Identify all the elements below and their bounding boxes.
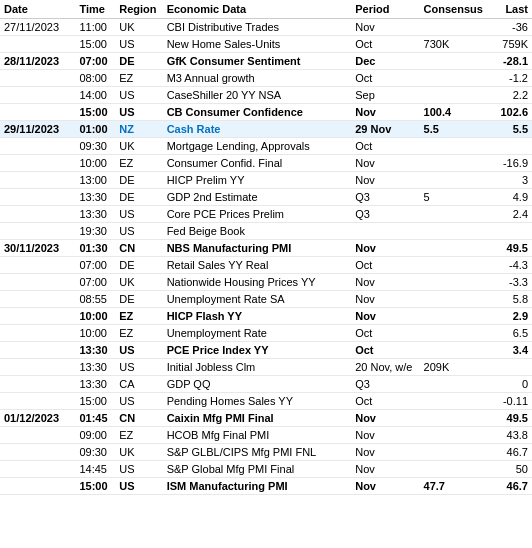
- cell-period: Dec: [351, 53, 419, 70]
- cell-last: 759K: [490, 36, 532, 53]
- cell-consensus: [420, 240, 490, 257]
- cell-period: Nov: [351, 308, 419, 325]
- table-row: 08:55DEUnemployment Rate SANov5.8: [0, 291, 532, 308]
- cell-time: 14:00: [75, 87, 115, 104]
- cell-period: Oct: [351, 325, 419, 342]
- cell-consensus: [420, 461, 490, 478]
- cell-last: 50: [490, 461, 532, 478]
- cell-period: 29 Nov: [351, 121, 419, 138]
- cell-last: -1.2: [490, 70, 532, 87]
- cell-consensus: [420, 291, 490, 308]
- cell-date: [0, 206, 75, 223]
- cell-region: US: [115, 104, 162, 121]
- cell-econ-data: Cash Rate: [163, 121, 352, 138]
- cell-econ-data: ISM Manufacturing PMI: [163, 478, 352, 495]
- cell-region: UK: [115, 138, 162, 155]
- cell-period: Nov: [351, 461, 419, 478]
- cell-consensus: 47.7: [420, 478, 490, 495]
- header-econ: Economic Data: [163, 0, 352, 19]
- cell-date: [0, 87, 75, 104]
- cell-time: 09:30: [75, 444, 115, 461]
- table-row: 07:00DERetail Sales YY RealOct-4.3: [0, 257, 532, 274]
- cell-time: 07:00: [75, 274, 115, 291]
- table-row: 01/12/202301:45CNCaixin Mfg PMI FinalNov…: [0, 410, 532, 427]
- cell-consensus: [420, 155, 490, 172]
- cell-region: US: [115, 342, 162, 359]
- cell-consensus: [420, 342, 490, 359]
- cell-period: Nov: [351, 427, 419, 444]
- cell-period: Nov: [351, 444, 419, 461]
- table-row: 09:30UKS&P GLBL/CIPS Mfg PMI FNLNov46.7: [0, 444, 532, 461]
- cell-time: 10:00: [75, 155, 115, 172]
- table-row: 15:00USCB Consumer ConfidenceNov100.4102…: [0, 104, 532, 121]
- cell-time: 10:00: [75, 308, 115, 325]
- cell-consensus: [420, 172, 490, 189]
- cell-time: 07:00: [75, 53, 115, 70]
- cell-time: 01:45: [75, 410, 115, 427]
- cell-period: Nov: [351, 410, 419, 427]
- cell-econ-data: M3 Annual growth: [163, 70, 352, 87]
- cell-date: [0, 104, 75, 121]
- cell-time: 14:45: [75, 461, 115, 478]
- table-row: 19:30USFed Beige Book: [0, 223, 532, 240]
- cell-period: Nov: [351, 155, 419, 172]
- cell-time: 11:00: [75, 19, 115, 36]
- cell-econ-data: Mortgage Lending, Approvals: [163, 138, 352, 155]
- cell-date: [0, 308, 75, 325]
- cell-region: UK: [115, 19, 162, 36]
- cell-region: CN: [115, 240, 162, 257]
- cell-consensus: [420, 19, 490, 36]
- cell-time: 15:00: [75, 393, 115, 410]
- cell-date: [0, 461, 75, 478]
- cell-last: -3.3: [490, 274, 532, 291]
- cell-econ-data: S&P GLBL/CIPS Mfg PMI FNL: [163, 444, 352, 461]
- cell-consensus: 100.4: [420, 104, 490, 121]
- cell-region: US: [115, 461, 162, 478]
- cell-period: Oct: [351, 257, 419, 274]
- cell-time: 13:30: [75, 189, 115, 206]
- cell-date: 28/11/2023: [0, 53, 75, 70]
- cell-time: 13:30: [75, 359, 115, 376]
- cell-econ-data: Pending Homes Sales YY: [163, 393, 352, 410]
- table-row: 15:00USPending Homes Sales YYOct-0.11: [0, 393, 532, 410]
- cell-consensus: [420, 257, 490, 274]
- cell-econ-data: GDP QQ: [163, 376, 352, 393]
- cell-date: [0, 138, 75, 155]
- cell-econ-data: GfK Consumer Sentiment: [163, 53, 352, 70]
- table-row: 10:00EZConsumer Confid. FinalNov-16.9: [0, 155, 532, 172]
- cell-date: [0, 393, 75, 410]
- cell-date: [0, 274, 75, 291]
- cell-consensus: [420, 427, 490, 444]
- cell-period: Nov: [351, 240, 419, 257]
- cell-date: [0, 172, 75, 189]
- cell-date: [0, 223, 75, 240]
- cell-region: DE: [115, 189, 162, 206]
- cell-econ-data: CB Consumer Confidence: [163, 104, 352, 121]
- cell-region: US: [115, 206, 162, 223]
- cell-last: 4.9: [490, 189, 532, 206]
- table-row: 15:00USNew Home Sales-UnitsOct730K759K: [0, 36, 532, 53]
- cell-last: -28.1: [490, 53, 532, 70]
- cell-date: [0, 359, 75, 376]
- cell-time: 13:30: [75, 206, 115, 223]
- cell-region: UK: [115, 274, 162, 291]
- cell-date: 30/11/2023: [0, 240, 75, 257]
- cell-consensus: [420, 53, 490, 70]
- cell-period: Oct: [351, 393, 419, 410]
- table-row: 13:30USPCE Price Index YYOct3.4: [0, 342, 532, 359]
- cell-period: Sep: [351, 87, 419, 104]
- cell-econ-data: New Home Sales-Units: [163, 36, 352, 53]
- cell-econ-data: HICP Prelim YY: [163, 172, 352, 189]
- cell-region: EZ: [115, 155, 162, 172]
- cell-region: EZ: [115, 70, 162, 87]
- cell-consensus: [420, 393, 490, 410]
- table-row: 09:30UKMortgage Lending, ApprovalsOct: [0, 138, 532, 155]
- cell-date: 29/11/2023: [0, 121, 75, 138]
- cell-date: [0, 257, 75, 274]
- cell-econ-data: Nationwide Housing Prices YY: [163, 274, 352, 291]
- cell-period: Oct: [351, 70, 419, 87]
- cell-region: US: [115, 223, 162, 240]
- table-row: 10:00EZHICP Flash YYNov2.9: [0, 308, 532, 325]
- cell-region: DE: [115, 291, 162, 308]
- cell-date: [0, 155, 75, 172]
